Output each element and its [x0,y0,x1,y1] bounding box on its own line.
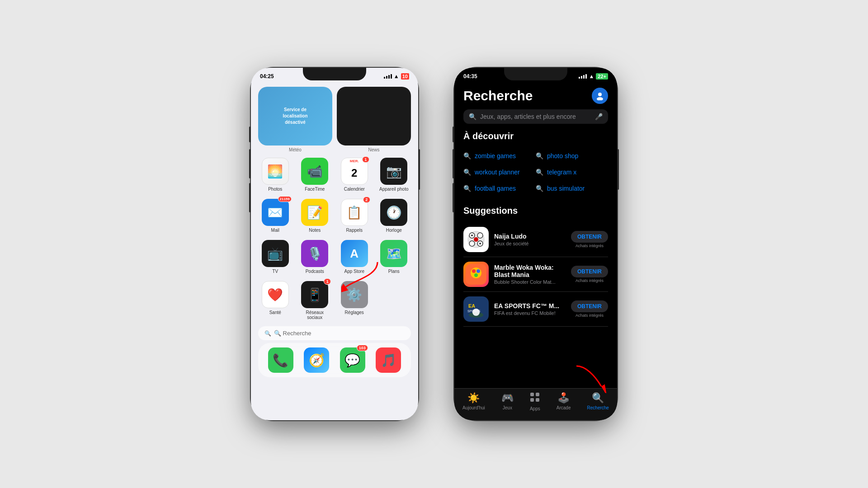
phone1: 04:25 ▲ 10 Service delocalisationdésacti… [251,68,418,420]
dock-phone[interactable]: 📞 [268,347,293,373]
app-rappels-label: Rappels [346,228,363,233]
naija-ludo-obtain[interactable]: OBTENIR Achats intégrés [571,231,608,248]
wifi-icon: ▲ [394,73,399,80]
app-rappels[interactable]: 📋 2 Rappels [337,199,372,233]
marble-obtain[interactable]: OBTENIR Achats intégrés [571,266,608,283]
user-avatar[interactable] [592,88,608,104]
dock-music[interactable]: 🎵 [376,347,401,373]
recherche-label: Recherche [587,405,609,410]
dock-safari[interactable]: 🧭 [304,347,329,373]
svg-rect-24 [530,398,534,402]
suggestion-marble[interactable]: Marble Woka Woka: Blast Mania Bubble Sho… [463,257,608,292]
widget-news-label: News [337,147,411,152]
appstore-header: Recherche [463,83,608,109]
tab-jeux[interactable]: 🎮 Jeux [501,392,514,411]
tab-aujourdhui[interactable]: ☀️ Aujourd'hui [462,392,485,411]
ea-btn: OBTENIR [571,300,608,312]
app-notes[interactable]: 📝 Notes [298,199,332,233]
dock-messages[interactable]: 💬 103 [340,347,365,373]
app-plans-label: Plans [388,269,400,274]
phone1-screen: 04:25 ▲ 10 Service delocalisationdésacti… [251,68,418,420]
tab-recherche[interactable]: 🔍 Recherche [587,392,609,411]
ea-obtain[interactable]: OBTENIR Achats intégrés [571,300,608,318]
suggestion-ea[interactable]: EA SPORTS EA SPORTS FC™ M... FIFA est de… [463,292,608,327]
svg-point-14 [472,269,476,273]
appstore-title: Recherche [463,88,533,103]
discover-football[interactable]: 🔍 football games [463,180,536,197]
app-appstore[interactable]: A App Store [337,240,372,274]
app-reglages-label: Réglages [345,310,364,315]
discover-telegram[interactable]: 🔍 telegram x [536,164,608,180]
app-reglages[interactable]: ⚙️ Réglages [337,281,372,320]
app-mail[interactable]: ✉️ 21159 Mail [258,199,292,233]
search-icon-phone1: 🔍 [264,330,271,337]
app-appstore-label: App Store [344,269,364,274]
status-icons: ▲ 10 [384,73,409,80]
signal-bars [384,74,392,79]
meteo-text: Service delocalisationdésactivé [283,107,307,126]
svg-rect-22 [530,393,534,396]
svg-point-7 [469,241,475,246]
svg-point-15 [476,269,480,273]
phone2-screen: 04:35 ▲ 22+ Recherche [454,68,617,420]
svg-rect-25 [536,398,539,402]
marble-name: Marble Woka Woka: Blast Mania [494,264,566,278]
app-camera-label: Appareil photo [379,187,409,192]
suggestions-title: Suggestions [463,206,608,216]
ea-info: EA SPORTS FC™ M... FIFA est devenu FC Mo… [494,302,566,316]
phone1-side-btn-right [418,149,420,190]
ea-sub: FIFA est devenu FC Mobile! [494,310,566,316]
appstore-search-screen: Recherche 🔍 Jeux, apps, articles et plus… [454,83,617,327]
marble-info: Marble Woka Woka: Blast Mania Bubble Sho… [494,264,566,285]
svg-point-9 [474,237,478,242]
widget-meteo[interactable]: Service delocalisationdésactivé [258,87,332,145]
app-plans[interactable]: 🗺️ Plans [377,240,411,274]
app-sante[interactable]: ❤️ Santé [258,281,292,320]
app-calendrier[interactable]: MER. 2 1 Calendrier [337,158,372,192]
discover-bus[interactable]: 🔍 bus simulator [536,180,608,197]
app-photos[interactable]: 🌅 Photos [258,158,292,192]
app-tv[interactable]: 📺 TV [258,240,292,274]
search-widget[interactable]: 🔍 🔍 Recherche [258,326,411,340]
discover-zombie[interactable]: 🔍 zombie games [463,148,536,164]
app-calendrier-label: Calendrier [344,187,365,192]
dock: 📞 🧭 💬 103 🎵 [258,343,411,377]
app-reseaux[interactable]: 📱 1 Réseaux sociaux [298,281,332,320]
notch [303,68,366,80]
discover-workout-text: workout planner [475,169,520,176]
recherche-icon: 🔍 [592,392,604,404]
tab-apps[interactable]: Apps [530,392,540,411]
time2: 04:35 [463,73,477,80]
svg-point-2 [597,97,603,100]
phone2: 04:35 ▲ 22+ Recherche [454,68,617,420]
marble-icon [463,262,489,287]
discover-workout[interactable]: 🔍 workout planner [463,164,536,180]
search-field[interactable]: 🔍 Jeux, apps, articles et plus encore 🎤 [463,109,608,124]
discover-telegram-text: telegram x [547,169,576,176]
naija-ludo-info: Naija Ludo Jeux de société [494,233,566,246]
app-facetime[interactable]: 📹 FaceTime [298,158,332,192]
phone2-side-btn-right [617,149,619,190]
apps-label: Apps [530,406,540,411]
status-icons2: ▲ 22+ [579,73,608,80]
app-podcasts[interactable]: 🎙️ Podcasts [298,240,332,274]
jeux-label: Jeux [503,405,512,410]
tab-arcade[interactable]: 🕹️ Arcade [557,392,571,411]
signal-bars2 [579,74,587,79]
svg-rect-23 [536,393,539,396]
naija-ludo-btn: OBTENIR [571,231,608,243]
marble-sub: Bubble Shooter Color Mat... [494,279,566,285]
discover-photoshop[interactable]: 🔍 photo shop [536,148,608,164]
arcade-label: Arcade [557,405,571,410]
suggestion-naija-ludo[interactable]: Naija Ludo Jeux de société OBTENIR Achat… [463,222,608,257]
app-camera[interactable]: 📷 Appareil photo [377,158,411,192]
app-sante-label: Santé [269,310,281,315]
app-notes-label: Notes [309,228,321,233]
app-horloge[interactable]: 🕐 Horloge [377,199,411,233]
app-podcasts-label: Podcasts [306,269,324,274]
app-tv-label: TV [272,269,278,274]
time: 04:25 [260,73,274,80]
app-photos-label: Photos [268,187,282,192]
wifi-icon2: ▲ [589,73,594,80]
widget-news[interactable] [337,87,411,145]
